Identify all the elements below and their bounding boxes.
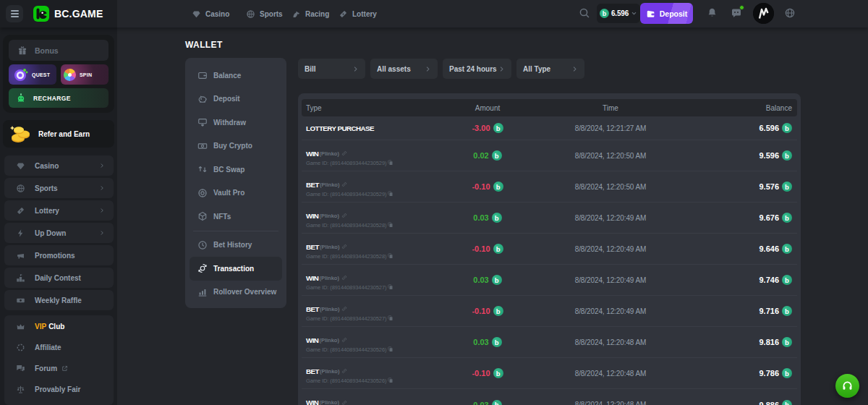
transaction-icon bbox=[197, 263, 208, 273]
copy-icon[interactable] bbox=[388, 222, 393, 228]
wallet-nav-nfts[interactable]: NFTs bbox=[190, 205, 282, 229]
sidebar-item-lottery[interactable]: Lottery bbox=[4, 200, 114, 221]
nav-casino[interactable]: Casino bbox=[192, 0, 229, 27]
spin-label: SPIN bbox=[80, 72, 92, 77]
chevron-down-icon bbox=[631, 10, 637, 17]
copy-icon[interactable] bbox=[388, 378, 393, 383]
support-button[interactable] bbox=[835, 374, 859, 398]
bcgame-logo[interactable]: BC.GAME bbox=[33, 6, 103, 22]
chat-icon[interactable] bbox=[731, 7, 742, 19]
col-type: Type bbox=[302, 104, 430, 112]
filter-bar: Bill All assets Past 24 hours All Type bbox=[298, 59, 584, 79]
wallet-nav-buy-crypto[interactable]: Buy Crypto bbox=[190, 135, 282, 158]
sidebar-item-spin[interactable]: SPIN bbox=[61, 64, 109, 85]
copy-icon[interactable] bbox=[388, 284, 393, 290]
quest-target-icon bbox=[11, 65, 30, 84]
sidebar-item-up-down[interactable]: Up Down bbox=[4, 223, 114, 243]
wallet-nav-vault-pro[interactable]: Vault Pro bbox=[190, 182, 282, 205]
sidebar-item-affiliate[interactable]: Affiliate bbox=[4, 337, 114, 358]
wallet-nav-withdraw[interactable]: Withdraw bbox=[190, 111, 282, 135]
sidebar-item-forum[interactable]: Forum bbox=[4, 358, 114, 379]
deposit-button[interactable]: Deposit bbox=[640, 3, 693, 24]
notifications-bell-icon[interactable] bbox=[707, 7, 718, 18]
wallet-nav-transaction[interactable]: Transaction bbox=[190, 257, 282, 281]
affiliate-icon bbox=[16, 343, 25, 352]
tx-amount: 0.02 bbox=[430, 150, 545, 161]
link-icon[interactable] bbox=[341, 182, 347, 187]
sidebar-item-casino[interactable]: Casino bbox=[4, 155, 114, 176]
wallet-nav-bet-history-label: Bet History bbox=[213, 241, 252, 249]
sidebar-item-sports[interactable]: Sports bbox=[4, 178, 114, 198]
wallet-icon bbox=[646, 9, 656, 19]
sidebar-item-recharge[interactable]: RECHARGE bbox=[9, 88, 109, 108]
wallet-nav-balance[interactable]: Balance bbox=[190, 64, 282, 88]
search-icon[interactable] bbox=[579, 7, 590, 19]
casino-icon bbox=[192, 9, 201, 19]
filter-bill[interactable]: Bill bbox=[298, 59, 365, 79]
wallet-nav-deposit[interactable]: Deposit bbox=[190, 88, 282, 111]
sidebar-item-provably-fair[interactable]: Provably Fair bbox=[4, 379, 114, 400]
copy-icon[interactable] bbox=[388, 253, 393, 259]
tx-balance: 9.886 bbox=[676, 400, 797, 405]
lottery-icon bbox=[16, 206, 25, 216]
table-row: WIN(Plinko) Game ID: (891440893444230527… bbox=[302, 265, 797, 296]
language-globe-icon[interactable] bbox=[784, 7, 796, 19]
sidebar-affiliate-label: Affiliate bbox=[35, 344, 61, 351]
tx-game: (Plinko) bbox=[319, 213, 339, 219]
lightning-icon bbox=[16, 229, 25, 238]
copy-icon[interactable] bbox=[388, 160, 393, 166]
col-amount: Amount bbox=[430, 104, 545, 112]
nav-lottery[interactable]: Lottery bbox=[339, 0, 377, 27]
wallet-nav-divider bbox=[193, 231, 278, 231]
tx-game: (Plinko) bbox=[320, 306, 340, 312]
link-icon[interactable] bbox=[341, 150, 347, 156]
copy-icon[interactable] bbox=[388, 346, 393, 352]
tx-game-id: Game ID: (891440893444230526) bbox=[306, 346, 386, 353]
nav-racing[interactable]: Racing bbox=[292, 0, 329, 27]
wallet-nav-rollover-overview[interactable]: Rollover Overview bbox=[190, 281, 282, 304]
link-icon[interactable] bbox=[341, 213, 347, 218]
coin-icon bbox=[492, 275, 502, 285]
menu-toggle-button[interactable] bbox=[6, 5, 23, 22]
sidebar-item-daily-contest[interactable]: Daily Contest bbox=[4, 268, 114, 288]
copy-icon[interactable] bbox=[388, 315, 393, 321]
nav-casino-label: Casino bbox=[205, 10, 229, 18]
nav-lottery-label: Lottery bbox=[352, 10, 377, 18]
avatar[interactable] bbox=[753, 3, 774, 24]
tx-game: (Plinko) bbox=[320, 368, 340, 375]
sidebar-item-promotions[interactable]: Promotions bbox=[4, 245, 114, 265]
table-row: BET(Plinko) Game ID: (891440893444230528… bbox=[302, 234, 797, 265]
tx-type: BET bbox=[306, 243, 319, 251]
wallet-icon bbox=[197, 70, 208, 80]
filter-time-range[interactable]: Past 24 hours bbox=[443, 59, 511, 79]
link-icon[interactable] bbox=[341, 368, 347, 374]
coin-icon bbox=[782, 244, 792, 254]
sidebar-item-vip-club[interactable]: VIPClub bbox=[4, 316, 114, 337]
link-icon[interactable] bbox=[341, 337, 347, 343]
club-label: Club bbox=[48, 323, 64, 331]
scale-icon bbox=[16, 385, 25, 394]
copy-icon[interactable] bbox=[388, 191, 393, 197]
wallet-nav-bet-history[interactable]: Bet History bbox=[190, 234, 282, 257]
sidebar-item-bonus[interactable]: Bonus bbox=[9, 40, 109, 61]
sidebar-item-quest[interactable]: QUEST bbox=[9, 64, 56, 85]
link-icon[interactable] bbox=[341, 400, 347, 405]
filter-type[interactable]: All Type bbox=[516, 59, 584, 79]
filter-assets[interactable]: All assets bbox=[370, 59, 438, 79]
sidebar-item-weekly-raffle[interactable]: Weekly Raffle bbox=[4, 290, 114, 310]
link-icon[interactable] bbox=[341, 275, 347, 281]
col-balance: Balance bbox=[676, 104, 797, 112]
filter-assets-label: All assets bbox=[377, 65, 411, 73]
clock-icon bbox=[197, 240, 208, 250]
tx-amount: -0.10 bbox=[430, 306, 545, 316]
tx-balance: 9.816 bbox=[676, 337, 797, 347]
wallet-nav-balance-label: Balance bbox=[213, 72, 241, 80]
link-icon[interactable] bbox=[341, 306, 347, 312]
link-icon[interactable] bbox=[341, 244, 347, 250]
nav-sports[interactable]: Sports bbox=[246, 0, 283, 27]
balance-selector[interactable]: 6.596 bbox=[597, 4, 640, 23]
tx-game-id: Game ID: (891440893444230528) bbox=[306, 222, 386, 229]
sidebar-item-refer-and-earn[interactable]: Refer and Earn bbox=[3, 120, 114, 148]
tx-game: (Plinko) bbox=[319, 150, 339, 157]
wallet-nav-bc-swap[interactable]: BC Swap bbox=[190, 158, 282, 182]
